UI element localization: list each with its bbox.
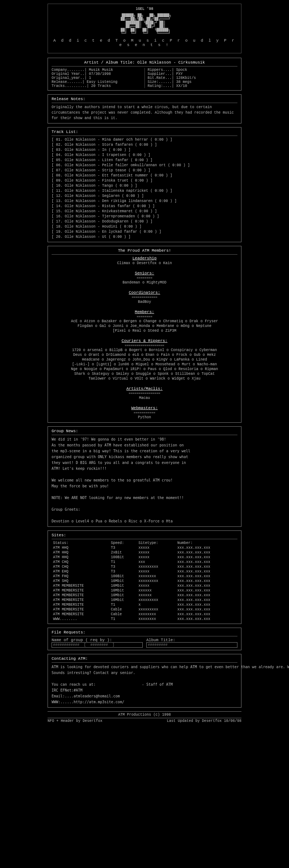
track-list-container: [ 01. Olle Niklasson - Mina damer och he… — [52, 137, 237, 240]
table-row: WWW........T1xxxxxxxxxxx.xxx.xxx.xxx — [52, 617, 237, 621]
speed-cell: 10Mbit — [109, 583, 137, 588]
status-cell: ATM MEMBERSITE — [52, 602, 109, 607]
table-row: ATM MEMBERSITE10Mbitxxxxxxxxxxxx.xxx.xxx… — [52, 598, 237, 602]
number-cell: xxx.xxx.xxx.xxx — [176, 593, 237, 598]
sitetype-cell: xxx — [137, 560, 176, 564]
tagline-text: A d d i c t e d T o M u s i c P r o u d … — [51, 38, 238, 47]
sitetype-cell: xxxxx — [137, 555, 176, 560]
speed-cell: 10Mbit — [109, 593, 137, 598]
release-notes-box: Release Notes: Originally the authors in… — [48, 94, 241, 123]
number-cell: xxx.xxx.xxx.xxx — [176, 612, 237, 617]
status-cell: ATM SHQ — [52, 579, 109, 583]
members-line1: AcE o Atzon o Bazaker o Bergen o Change … — [52, 319, 237, 323]
info-col-left: Company........| Musik Musik Original Ye… — [52, 68, 142, 88]
status-cell: ATM HHQ — [52, 550, 109, 555]
release-notes-text: Originally the authors intend to start a… — [52, 104, 237, 121]
members-box: The Proud ATM Members! Leadership Climax… — [48, 246, 241, 423]
speed-cell: Cable — [109, 612, 137, 617]
members-line3: [Pixel o Real o Steed o ZiP3M — [52, 329, 237, 333]
status-cell: ATM HHQ — [52, 555, 109, 560]
couriers-label: Couriers & Rippers: — [52, 339, 237, 343]
list-item: [ 12. Olle Niklasson - Seglaren ( 0:00 )… — [52, 194, 237, 199]
sitetype-cell: xxxxxxxx — [137, 574, 176, 579]
track-list-title: Track List: — [52, 130, 237, 134]
group-news-text: We did it in '97! We gonna do it even be… — [52, 437, 237, 524]
couriers-line6: Shark o Skateguy o Smiley o Snuggle o Sp… — [52, 372, 237, 376]
number-cell: xxx.xxx.xxx.xxx — [176, 579, 237, 583]
webmasters-label: Webmasters: — [52, 406, 237, 410]
list-item: [ 04. Olle Niklasson - I trapetsen ( 0:0… — [52, 153, 237, 158]
status-cell: ATM MEMBERSITE — [52, 583, 109, 588]
seniors-underline: ======== — [52, 276, 237, 280]
table-row: ATM HHQT3xxxxxxxx.xxx.xxx.xxx — [52, 545, 237, 550]
sitetype-col-header: Sitetype: — [137, 541, 176, 545]
rippers-row: Rippers....| Spock — [148, 68, 238, 72]
file-req-name-label: Name of group ( req by ): — [52, 638, 143, 642]
size-row: Size:......| 38 megs — [148, 80, 238, 84]
status-cell: ATM MEMBERSITE — [52, 607, 109, 612]
file-req-album-input[interactable] — [146, 642, 237, 648]
members-label: Members: — [52, 310, 237, 314]
couriers-line5: Nge o Noogie o PapaSmurt o iRiP! o Paus … — [52, 367, 237, 371]
file-req-name-input[interactable] — [52, 642, 143, 648]
release-type-row: Release.......| Easy Listening — [52, 80, 142, 84]
list-item: [ 09. Olle Niklasson - Finska truet ( 0:… — [52, 178, 237, 183]
status-cell: ATM MEMBERSITE — [52, 612, 109, 617]
sitetype-cell: xxxxxxxxx — [137, 564, 176, 569]
number-cell: xxx.xxx.xxx.xxx — [176, 564, 237, 569]
sitetype-cell: xxxxx — [137, 583, 176, 588]
speed-cell: 10Mbit — [109, 598, 137, 602]
table-row: ATM MEMBERSITE10Mbitxxxxxxxxx.xxx.xxx.xx… — [52, 588, 237, 593]
status-cell: WWW........ — [52, 617, 109, 621]
contacting-text: ATM is looking for devoted couriers and … — [52, 664, 237, 705]
original-year-row: Original_year..| 1 — [52, 76, 142, 80]
info-col-right: Rippers....| Spock Supplier...| PXY Bit.… — [148, 68, 238, 88]
number-cell: xxx.xxx.xxx.xxx — [176, 574, 237, 579]
list-item: [ 10. Olle Niklasson - Tango ( 0:00 ) ] — [52, 183, 237, 189]
sites-box: Sites: Status: Speed: Sitetype: Number: … — [48, 530, 241, 624]
couriers-underline: ==================== — [52, 344, 237, 347]
contacting-title: Contacting ATM: — [52, 656, 237, 661]
list-item: [ 16. Olle Niklasson - Tjernpromenaden (… — [52, 214, 237, 219]
number-cell: xxx.xxx.xxx.xxx — [176, 545, 237, 550]
speed-cell: 10Mbit — [109, 588, 137, 593]
number-cell: xxx.xxx.xxx.xxx — [176, 602, 237, 607]
list-item: [ 08. Olle Niklasson - Ett fantastikt nu… — [52, 173, 237, 178]
nfo-left-text: NFO + Header by Desertfox — [48, 719, 102, 723]
speed-col-header: Speed: — [109, 541, 137, 545]
list-item: [ 15. Olle Niklasson - Knivkastemaret ( … — [52, 209, 237, 214]
couriers-line1: 1720 o arsenal o BillpB o Bogert o Borni… — [52, 348, 237, 352]
members-main-title: The Proud ATM Members! — [52, 248, 237, 253]
nfo-footer: NFO + Header by Desertfox Last Updated b… — [48, 718, 241, 724]
footer-bar: ATM Productions (c) 1998 — [48, 711, 241, 718]
nfo-right-text: Last Updated by Desertfox 10/06/98 — [167, 719, 241, 723]
status-col-header: Status: — [52, 541, 109, 545]
date-row: Original Year..| 07/30/1998 — [52, 72, 142, 76]
speed-cell: 2xBit — [109, 550, 137, 555]
speed-cell: Cable — [109, 607, 137, 612]
speed-cell: 100Bit — [109, 555, 137, 560]
file-requests-box: File Requests: Name of group ( req by ):… — [48, 628, 241, 650]
list-item: [ 03. Olle Niklasson - In ( 0:00 ) ] — [52, 148, 237, 153]
table-row: ATM FHQ100Bitxxxxxxxxxxx.xxx.xxx.xxx — [52, 574, 237, 579]
number-col-header: Number: — [176, 541, 237, 545]
coordinators-label: Coordinators: — [52, 290, 237, 295]
status-cell: ATM MEMBERSITE — [52, 588, 109, 593]
table-row: ATM HHQ2xBitxxxxxxxx.xxx.xxx.xxx — [52, 550, 237, 555]
list-item: [ 20. Olle Niklasson - Ut ( 0:00 ) ] — [52, 235, 237, 240]
rating-row: Rating:....| XX/10 — [148, 84, 238, 88]
seniors-label: Seniors: — [52, 271, 237, 275]
status-cell: ATM CHQ — [52, 564, 109, 569]
header-section: 1GEL '98 ██████╗ ██╗ ██╗ ██████╗ ██╔══██… — [48, 4, 241, 53]
table-row: ATM HHQ100Bitxxxxxxxx.xxx.xxx.xxx — [52, 555, 237, 560]
info-grid: Company........| Musik Musik Original Ye… — [52, 68, 237, 88]
sites-table: Status: Speed: Sitetype: Number: ATM HHQ… — [52, 541, 237, 621]
sitetype-cell: xxxxxxxx — [137, 617, 176, 621]
speed-cell: T3 — [109, 569, 137, 574]
track-list-box: Track List: [ 01. Olle Niklasson - Mina … — [48, 127, 241, 242]
list-item: [ 02. Olle Niklasson - Stora fanfaren ( … — [52, 142, 237, 148]
table-row: ATM MEMBERSITE10Mbitxxxxxxxx.xxx.xxx.xxx — [52, 583, 237, 588]
list-item: [ 07. Olle Niklasson - Strip tease ( 0:0… — [52, 168, 237, 173]
list-item: [ 06. Olle Niklasson - Pelle faller omku… — [52, 163, 237, 168]
group-news-title: Group News: — [52, 429, 237, 433]
